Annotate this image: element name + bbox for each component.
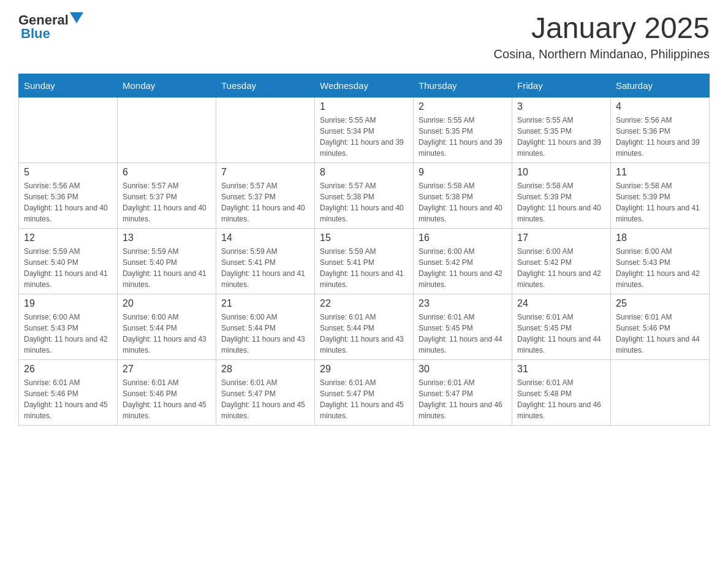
calendar-cell: 19Sunrise: 6:00 AMSunset: 5:43 PMDayligh…: [19, 294, 118, 359]
calendar-cell: 29Sunrise: 6:01 AMSunset: 5:47 PMDayligh…: [315, 359, 414, 425]
day-number: 31: [517, 364, 605, 375]
day-number: 16: [419, 232, 507, 243]
day-number: 2: [419, 101, 507, 112]
calendar-cell: 2Sunrise: 5:55 AMSunset: 5:35 PMDaylight…: [414, 97, 512, 163]
day-info: Sunrise: 5:57 AMSunset: 5:37 PMDaylight:…: [123, 180, 211, 224]
calendar-cell: 12Sunrise: 5:59 AMSunset: 5:40 PMDayligh…: [19, 228, 118, 294]
calendar-week-row: 26Sunrise: 6:01 AMSunset: 5:46 PMDayligh…: [19, 359, 710, 425]
calendar-cell: 26Sunrise: 6:01 AMSunset: 5:46 PMDayligh…: [19, 359, 118, 425]
day-number: 1: [320, 101, 408, 112]
day-number: 23: [419, 298, 507, 309]
calendar-cell: 10Sunrise: 5:58 AMSunset: 5:39 PMDayligh…: [512, 163, 611, 228]
day-info: Sunrise: 5:56 AMSunset: 5:36 PMDaylight:…: [616, 115, 704, 159]
day-number: 27: [123, 364, 211, 375]
day-info: Sunrise: 6:01 AMSunset: 5:46 PMDaylight:…: [24, 377, 112, 421]
calendar-week-row: 19Sunrise: 6:00 AMSunset: 5:43 PMDayligh…: [19, 294, 710, 359]
day-number: 13: [123, 232, 211, 243]
day-info: Sunrise: 6:01 AMSunset: 5:47 PMDaylight:…: [419, 377, 507, 421]
day-info: Sunrise: 6:01 AMSunset: 5:45 PMDaylight:…: [419, 312, 507, 356]
location-title: Cosina, Northern Mindanao, Philippines: [494, 47, 710, 61]
day-info: Sunrise: 5:55 AMSunset: 5:34 PMDaylight:…: [320, 115, 408, 159]
day-info: Sunrise: 6:00 AMSunset: 5:42 PMDaylight:…: [517, 246, 605, 290]
day-number: 6: [123, 167, 211, 178]
day-number: 18: [616, 232, 704, 243]
day-info: Sunrise: 6:01 AMSunset: 5:44 PMDaylight:…: [320, 312, 408, 356]
day-number: 5: [24, 167, 112, 178]
day-number: 19: [24, 298, 112, 309]
day-number: 14: [221, 232, 309, 243]
logo-triangle-icon: [70, 12, 83, 26]
title-area: January 2025 Cosina, Northern Mindanao, …: [494, 12, 710, 61]
calendar-cell: 1Sunrise: 5:55 AMSunset: 5:34 PMDaylight…: [315, 97, 414, 163]
month-title: January 2025: [494, 12, 710, 45]
day-info: Sunrise: 5:58 AMSunset: 5:39 PMDaylight:…: [517, 180, 605, 224]
calendar-cell: [19, 97, 118, 163]
day-info: Sunrise: 5:55 AMSunset: 5:35 PMDaylight:…: [419, 115, 507, 159]
calendar-week-row: 1Sunrise: 5:55 AMSunset: 5:34 PMDaylight…: [19, 97, 710, 163]
day-number: 3: [517, 101, 605, 112]
day-number: 12: [24, 232, 112, 243]
calendar-table: SundayMondayTuesdayWednesdayThursdayFrid…: [18, 74, 710, 426]
calendar-cell: 18Sunrise: 6:00 AMSunset: 5:43 PMDayligh…: [611, 228, 710, 294]
day-number: 26: [24, 364, 112, 375]
day-number: 28: [221, 364, 309, 375]
weekday-header-tuesday: Tuesday: [216, 74, 315, 97]
calendar-cell: 28Sunrise: 6:01 AMSunset: 5:47 PMDayligh…: [216, 359, 315, 425]
day-number: 7: [221, 167, 309, 178]
calendar-cell: 5Sunrise: 5:56 AMSunset: 5:36 PMDaylight…: [19, 163, 118, 228]
day-number: 21: [221, 298, 309, 309]
day-number: 17: [517, 232, 605, 243]
day-number: 24: [517, 298, 605, 309]
day-number: 20: [123, 298, 211, 309]
weekday-header-friday: Friday: [512, 74, 611, 97]
logo-blue-text: Blue: [21, 26, 50, 42]
day-number: 4: [616, 101, 704, 112]
calendar-cell: 17Sunrise: 6:00 AMSunset: 5:42 PMDayligh…: [512, 228, 611, 294]
day-number: 11: [616, 167, 704, 178]
calendar-cell: 11Sunrise: 5:58 AMSunset: 5:39 PMDayligh…: [611, 163, 710, 228]
day-info: Sunrise: 6:01 AMSunset: 5:47 PMDaylight:…: [221, 377, 309, 421]
calendar-cell: 13Sunrise: 5:59 AMSunset: 5:40 PMDayligh…: [118, 228, 216, 294]
weekday-header-saturday: Saturday: [611, 74, 710, 97]
day-number: 25: [616, 298, 704, 309]
svg-marker-0: [70, 12, 83, 23]
day-number: 9: [419, 167, 507, 178]
day-info: Sunrise: 6:00 AMSunset: 5:43 PMDaylight:…: [616, 246, 704, 290]
calendar-cell: 21Sunrise: 6:00 AMSunset: 5:44 PMDayligh…: [216, 294, 315, 359]
weekday-header-sunday: Sunday: [19, 74, 118, 97]
weekday-header-row: SundayMondayTuesdayWednesdayThursdayFrid…: [19, 74, 710, 97]
day-number: 30: [419, 364, 507, 375]
day-info: Sunrise: 6:00 AMSunset: 5:43 PMDaylight:…: [24, 312, 112, 356]
calendar-cell: 8Sunrise: 5:57 AMSunset: 5:38 PMDaylight…: [315, 163, 414, 228]
calendar-cell: [216, 97, 315, 163]
calendar-cell: 30Sunrise: 6:01 AMSunset: 5:47 PMDayligh…: [414, 359, 512, 425]
calendar-cell: [118, 97, 216, 163]
day-info: Sunrise: 6:00 AMSunset: 5:44 PMDaylight:…: [221, 312, 309, 356]
calendar-cell: 15Sunrise: 5:59 AMSunset: 5:41 PMDayligh…: [315, 228, 414, 294]
day-number: 15: [320, 232, 408, 243]
day-info: Sunrise: 5:57 AMSunset: 5:37 PMDaylight:…: [221, 180, 309, 224]
calendar-week-row: 12Sunrise: 5:59 AMSunset: 5:40 PMDayligh…: [19, 228, 710, 294]
day-info: Sunrise: 6:01 AMSunset: 5:47 PMDaylight:…: [320, 377, 408, 421]
calendar-cell: 7Sunrise: 5:57 AMSunset: 5:37 PMDaylight…: [216, 163, 315, 228]
day-info: Sunrise: 6:00 AMSunset: 5:42 PMDaylight:…: [419, 246, 507, 290]
day-info: Sunrise: 5:55 AMSunset: 5:35 PMDaylight:…: [517, 115, 605, 159]
day-info: Sunrise: 5:58 AMSunset: 5:39 PMDaylight:…: [616, 180, 704, 224]
weekday-header-thursday: Thursday: [414, 74, 512, 97]
page-header: General Blue January 2025 Cosina, Northe…: [18, 12, 710, 61]
calendar-cell: 4Sunrise: 5:56 AMSunset: 5:36 PMDaylight…: [611, 97, 710, 163]
calendar-cell: 31Sunrise: 6:01 AMSunset: 5:48 PMDayligh…: [512, 359, 611, 425]
calendar-cell: 22Sunrise: 6:01 AMSunset: 5:44 PMDayligh…: [315, 294, 414, 359]
calendar-cell: 23Sunrise: 6:01 AMSunset: 5:45 PMDayligh…: [414, 294, 512, 359]
day-info: Sunrise: 5:59 AMSunset: 5:40 PMDaylight:…: [24, 246, 112, 290]
day-info: Sunrise: 5:59 AMSunset: 5:41 PMDaylight:…: [221, 246, 309, 290]
weekday-header-monday: Monday: [118, 74, 216, 97]
day-info: Sunrise: 5:58 AMSunset: 5:38 PMDaylight:…: [419, 180, 507, 224]
day-info: Sunrise: 5:59 AMSunset: 5:40 PMDaylight:…: [123, 246, 211, 290]
day-info: Sunrise: 6:00 AMSunset: 5:44 PMDaylight:…: [123, 312, 211, 356]
weekday-header-wednesday: Wednesday: [315, 74, 414, 97]
logo: General Blue: [18, 12, 83, 42]
calendar-cell: 24Sunrise: 6:01 AMSunset: 5:45 PMDayligh…: [512, 294, 611, 359]
day-number: 10: [517, 167, 605, 178]
day-number: 22: [320, 298, 408, 309]
